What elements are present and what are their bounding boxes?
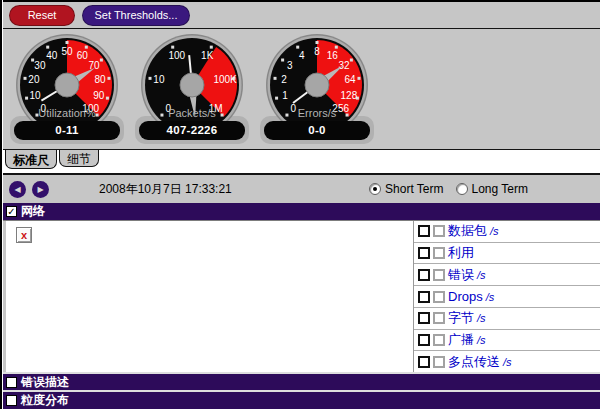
set-thresholds-button[interactable]: Set Thresholds...	[82, 5, 190, 26]
svg-text:3: 3	[287, 60, 293, 71]
gauge-value-range: 0-0	[264, 121, 370, 140]
svg-text:100K: 100K	[213, 74, 237, 85]
svg-text:40: 40	[46, 50, 58, 61]
metric-checkbox-secondary[interactable]	[433, 312, 445, 324]
window-border-top	[0, 0, 600, 2]
metric-row: 利用	[414, 243, 600, 265]
svg-text:16: 16	[327, 50, 339, 61]
gauge-title: Utilization%	[38, 107, 96, 119]
svg-text:80: 80	[95, 74, 107, 85]
section-title-error-description: 错误描述	[21, 374, 69, 391]
tab-standard-scale[interactable]: 标准尺	[5, 150, 57, 169]
long-term-label: Long Term	[472, 182, 528, 196]
metric-label-suffix: /s	[490, 225, 499, 237]
svg-text:32: 32	[339, 60, 351, 71]
svg-text:64: 64	[345, 74, 357, 85]
x-icon: x	[21, 229, 27, 241]
metric-checkbox-secondary[interactable]	[433, 334, 445, 346]
metric-checkbox-secondary[interactable]	[433, 247, 445, 259]
remove-button[interactable]: x	[16, 227, 32, 243]
time-bar: ◀ ▶ 2008年10月7日 17:33:21 Short Term Long …	[3, 175, 600, 203]
metric-row: 字节/s	[414, 308, 600, 330]
toolbar: Reset Set Thresholds...	[3, 2, 600, 29]
svg-text:4: 4	[299, 50, 305, 61]
metric-row: 错误/s	[414, 264, 600, 286]
error-description-checkbox[interactable]	[6, 377, 17, 388]
tab-strip: 标准尺 细节	[3, 150, 600, 173]
metric-label: Drops	[448, 289, 483, 304]
tab-detail[interactable]: 细节	[59, 150, 99, 167]
metric-checkbox-secondary[interactable]	[433, 291, 445, 303]
section-header-granularity: 粒度分布	[3, 390, 600, 409]
metric-checkbox-secondary[interactable]	[433, 225, 445, 237]
metric-row: 广播/s	[414, 330, 600, 352]
metric-label: 广播	[448, 331, 474, 349]
metric-checkbox-secondary[interactable]	[433, 356, 445, 368]
short-term-radio[interactable]	[369, 183, 381, 195]
metric-label: 利用	[448, 244, 474, 262]
svg-text:1: 1	[282, 90, 288, 101]
metric-label-suffix: /s	[477, 312, 486, 324]
metric-checkbox-primary[interactable]	[418, 312, 430, 324]
svg-text:0: 0	[291, 103, 297, 114]
graph-canvas: x	[3, 221, 413, 372]
metric-row: Drops/s	[414, 286, 600, 308]
gauge-value-range: 407-2226	[139, 121, 245, 140]
svg-text:8: 8	[314, 46, 320, 57]
svg-text:128: 128	[341, 90, 358, 101]
gauge-errors: 012348163264128256Errors/s0-0	[259, 32, 375, 148]
svg-text:60: 60	[77, 50, 89, 61]
section-header-error-description: 错误描述	[3, 372, 600, 390]
metric-label: 错误	[448, 266, 474, 284]
gauge-panel: 0102030405060708090100Utilization%0-1101…	[3, 30, 600, 150]
app-window: Reset Set Thresholds... 0102030405060708…	[0, 0, 600, 409]
section-header-network: ✓ 网络	[3, 203, 600, 220]
metric-label: 数据包	[448, 222, 487, 240]
metric-label-suffix: /s	[477, 269, 486, 281]
gauge-utilization: 0102030405060708090100Utilization%0-11	[9, 32, 125, 148]
metric-row: 数据包/s	[414, 221, 600, 243]
metric-label-suffix: /s	[486, 291, 495, 303]
metric-label: 字节	[448, 309, 474, 327]
metric-checkbox-primary[interactable]	[418, 269, 430, 281]
gauge-value-range: 0-11	[14, 121, 120, 140]
svg-text:1K: 1K	[201, 50, 214, 61]
metric-label-suffix: /s	[503, 356, 512, 368]
svg-text:100: 100	[168, 50, 185, 61]
svg-text:90: 90	[93, 90, 105, 101]
gauge-packets: 0101001K100K1MPackets/s407-2226	[134, 32, 250, 148]
reset-button[interactable]: Reset	[9, 5, 75, 26]
metrics-list: 数据包/s利用错误/sDrops/s字节/s广播/s多点传送/s	[413, 221, 600, 372]
datetime-label: 2008年10月7日 17:33:21	[99, 181, 232, 198]
next-button[interactable]: ▶	[32, 181, 49, 198]
svg-text:30: 30	[34, 60, 46, 71]
granularity-checkbox[interactable]	[6, 395, 17, 406]
gauge-title: Packets/s	[168, 107, 216, 119]
metric-checkbox-primary[interactable]	[418, 291, 430, 303]
network-section-body: x 数据包/s利用错误/sDrops/s字节/s广播/s多点传送/s	[3, 220, 600, 372]
metric-label-suffix: /s	[477, 334, 486, 346]
back-arrow-icon: ◀	[14, 185, 20, 194]
gauge-title: Errors/s	[298, 107, 337, 119]
metric-checkbox-primary[interactable]	[418, 247, 430, 259]
metric-checkbox-primary[interactable]	[418, 334, 430, 346]
forward-arrow-icon: ▶	[37, 185, 43, 194]
short-term-label: Short Term	[385, 182, 443, 196]
metric-checkbox-primary[interactable]	[418, 356, 430, 368]
metric-checkbox-primary[interactable]	[418, 225, 430, 237]
term-radio-group: Short Term Long Term	[369, 182, 528, 196]
lower-panel: ◀ ▶ 2008年10月7日 17:33:21 Short Term Long …	[3, 173, 600, 409]
metric-row: 多点传送/s	[414, 351, 600, 372]
long-term-radio[interactable]	[456, 183, 468, 195]
svg-text:20: 20	[28, 74, 40, 85]
previous-button[interactable]: ◀	[9, 181, 26, 198]
svg-text:10: 10	[153, 74, 165, 85]
section-title-granularity: 粒度分布	[21, 392, 69, 409]
svg-text:2: 2	[281, 74, 287, 85]
svg-text:50: 50	[61, 46, 73, 57]
svg-text:70: 70	[89, 60, 101, 71]
metric-checkbox-secondary[interactable]	[433, 269, 445, 281]
section-title-network: 网络	[21, 203, 45, 220]
window-border-left-highlight	[2, 0, 3, 409]
network-checkbox[interactable]: ✓	[6, 206, 17, 217]
